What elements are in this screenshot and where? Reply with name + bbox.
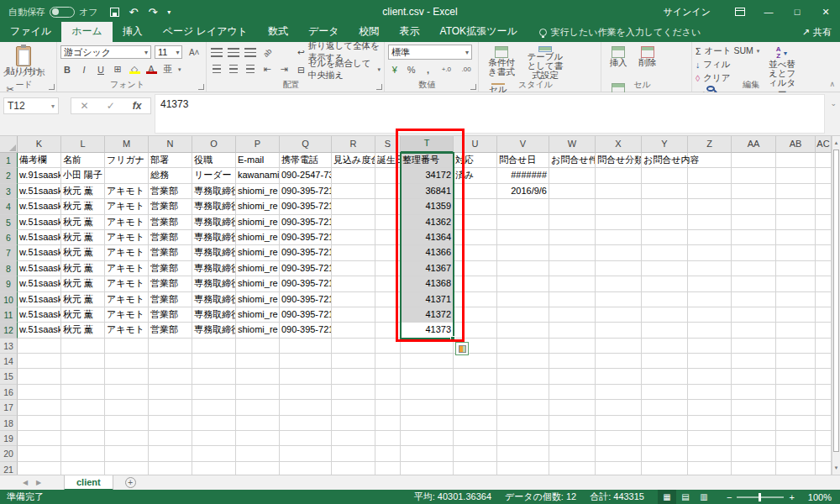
cell-R1[interactable]: 見込み度合 <box>332 153 375 168</box>
cell-W8[interactable] <box>549 261 596 276</box>
cell-AC10[interactable] <box>816 292 832 307</box>
cell-S13[interactable] <box>375 339 401 354</box>
column-header-Q[interactable]: Q <box>280 136 332 153</box>
cell-Y14[interactable] <box>642 354 688 369</box>
cell-AC7[interactable] <box>816 245 832 260</box>
cell-Z2[interactable] <box>688 168 732 183</box>
cell-U15[interactable] <box>454 369 497 384</box>
cell-P13[interactable] <box>236 339 280 354</box>
cell-X16[interactable] <box>596 385 642 400</box>
cell-K8[interactable]: w.51saask <box>18 261 61 276</box>
cell-T21[interactable] <box>401 462 454 475</box>
cell-AB11[interactable] <box>776 307 816 323</box>
cell-T19[interactable] <box>401 431 454 446</box>
cell-W20[interactable] <box>549 446 596 461</box>
scroll-down-icon[interactable]: ▼ <box>832 463 840 473</box>
cell-X19[interactable] <box>596 431 642 446</box>
cell-Z13[interactable] <box>688 339 732 354</box>
cell-R17[interactable] <box>332 400 375 415</box>
cell-L14[interactable] <box>61 354 105 369</box>
cell-O21[interactable] <box>192 462 236 475</box>
cell-AC11[interactable] <box>816 307 832 323</box>
cell-K13[interactable] <box>18 339 61 354</box>
alignment-dialog-launcher-icon[interactable] <box>376 84 382 90</box>
cell-K10[interactable]: w.51saask <box>18 292 61 307</box>
cell-U8[interactable] <box>454 261 497 276</box>
cell-Q5[interactable]: 090-395-7216 <box>280 215 332 230</box>
cell-S11[interactable] <box>375 307 401 323</box>
cell-AA3[interactable] <box>732 184 776 199</box>
cell-P6[interactable]: shiomi_re <box>236 230 280 245</box>
cell-M1[interactable]: フリガナ <box>105 153 149 168</box>
zoom-in-icon[interactable]: + <box>789 492 794 502</box>
cell-X4[interactable] <box>596 199 642 214</box>
cell-N7[interactable]: 営業部 <box>149 245 192 260</box>
cell-K15[interactable] <box>18 369 61 384</box>
cell-Y12[interactable] <box>642 323 688 338</box>
tell-me-box[interactable]: 実行したい作業を入力してください <box>539 26 701 42</box>
cell-Z19[interactable] <box>688 431 732 446</box>
align-top-button[interactable] <box>210 46 223 59</box>
cell-K9[interactable]: w.51saask <box>18 276 61 291</box>
column-header-R[interactable]: R <box>332 136 375 153</box>
row-header-1[interactable]: 1 <box>0 153 18 168</box>
cell-AA15[interactable] <box>732 369 776 384</box>
cell-Y2[interactable] <box>642 168 688 183</box>
italic-button[interactable]: I <box>77 63 91 76</box>
cell-L20[interactable] <box>61 446 105 461</box>
cell-K5[interactable]: w.51saask <box>18 215 61 230</box>
cell-AA12[interactable] <box>732 323 776 338</box>
cell-V18[interactable] <box>497 416 549 431</box>
cell-Q14[interactable] <box>280 354 332 369</box>
cell-V6[interactable] <box>497 230 549 245</box>
column-header-AB[interactable]: AB <box>776 136 816 153</box>
vertical-scrollbar[interactable]: ▲ ▼ <box>832 136 840 475</box>
cell-K7[interactable]: w.51saask <box>18 245 61 260</box>
scroll-up-icon[interactable]: ▲ <box>832 138 840 148</box>
cell-Q7[interactable]: 090-395-7216 <box>280 245 332 260</box>
cell-W15[interactable] <box>549 369 596 384</box>
cell-AB21[interactable] <box>776 462 816 475</box>
decrease-decimal-icon[interactable]: .00 <box>458 63 475 76</box>
cell-N9[interactable]: 営業部 <box>149 276 192 291</box>
cell-Y7[interactable] <box>642 245 688 260</box>
column-header-M[interactable]: M <box>105 136 149 153</box>
cell-W12[interactable] <box>549 323 596 338</box>
align-right-button[interactable] <box>244 63 257 76</box>
cell-X7[interactable] <box>596 245 642 260</box>
cell-N4[interactable]: 営業部 <box>149 199 192 214</box>
cell-Q11[interactable]: 090-395-7216 <box>280 307 332 323</box>
cell-M15[interactable] <box>105 369 149 384</box>
cell-P20[interactable] <box>236 446 280 461</box>
cell-AB15[interactable] <box>776 369 816 384</box>
cell-AC3[interactable] <box>816 184 832 199</box>
cell-Z8[interactable] <box>688 261 732 276</box>
cell-N21[interactable] <box>149 462 192 475</box>
cell-AC8[interactable] <box>816 261 832 276</box>
cell-N11[interactable]: 営業部 <box>149 307 192 323</box>
cell-AC12[interactable] <box>816 323 832 338</box>
cell-R8[interactable] <box>332 261 375 276</box>
currency-format-icon[interactable]: ¥ <box>388 63 402 76</box>
cell-O9[interactable]: 専務取締役 <box>192 276 236 291</box>
cell-N18[interactable] <box>149 416 192 431</box>
align-left-button[interactable] <box>210 63 223 76</box>
cell-S20[interactable] <box>375 446 401 461</box>
cell-AB4[interactable] <box>776 199 816 214</box>
cell-Y3[interactable] <box>642 184 688 199</box>
cell-S8[interactable] <box>375 261 401 276</box>
cell-P19[interactable] <box>236 431 280 446</box>
cell-V3[interactable]: 2016/9/6 <box>497 184 549 199</box>
merge-center-button[interactable]: ⊟ セルを結合して中央揃え ▾ <box>297 63 381 76</box>
cell-Y15[interactable] <box>642 369 688 384</box>
cell-L8[interactable]: 秋元 薫 <box>61 261 105 276</box>
cell-Y17[interactable] <box>642 400 688 415</box>
cell-AB3[interactable] <box>776 184 816 199</box>
autosave-toggle[interactable]: 自動保存 オフ <box>8 6 98 18</box>
column-header-O[interactable]: O <box>192 136 236 153</box>
cell-X10[interactable] <box>596 292 642 307</box>
sheet-tab-client[interactable]: client <box>64 475 113 491</box>
cell-Y5[interactable] <box>642 215 688 230</box>
cell-K17[interactable] <box>18 400 61 415</box>
cell-Q2[interactable]: 090-2547-7373 <box>280 168 332 183</box>
